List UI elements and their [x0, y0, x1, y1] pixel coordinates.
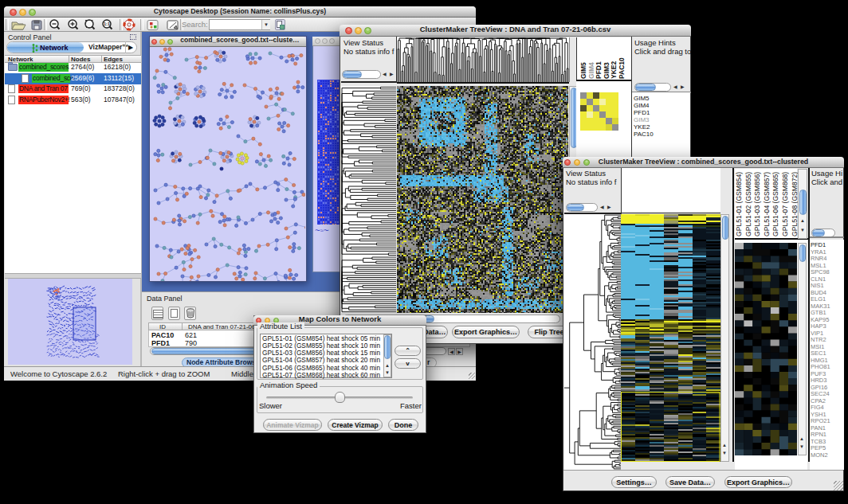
svg-text:1:1: 1:1 — [104, 21, 110, 26]
